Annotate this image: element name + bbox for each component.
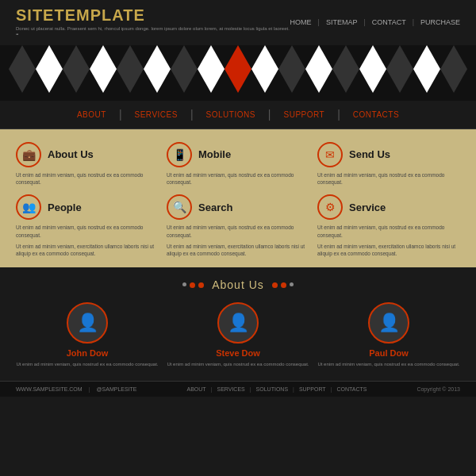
dot-small-2 bbox=[290, 282, 294, 286]
service-title: Service bbox=[349, 202, 386, 213]
footer-nav-support[interactable]: SUPPORT bbox=[299, 386, 326, 392]
send-us-text: Ut enim ad minim veniam, quis nostrud ex… bbox=[317, 171, 460, 187]
paul-text: Ut enim ad minim veniam, quis nostrud ex… bbox=[317, 361, 459, 368]
about-us-icon: 💼 bbox=[16, 142, 41, 167]
footer-left: WWW.SAMPLESITE.COM | @SAMPLESITE bbox=[16, 386, 137, 392]
service-text-extra: Ut enim ad minim veniam, exercitation ul… bbox=[317, 243, 460, 259]
dot-small-1 bbox=[182, 282, 186, 286]
search-icon: 🔍 bbox=[167, 194, 192, 220]
footer-nav-solutions[interactable]: SOLUTIONS bbox=[256, 386, 288, 392]
about-us-text: Ut enim ad minim veniam, quis nostrud ex… bbox=[16, 171, 159, 187]
service-search: 🔍 Search Ut enim ad minim veniam, quis n… bbox=[167, 194, 309, 258]
main-nav-solutions[interactable]: SOLUTIONS bbox=[195, 107, 267, 122]
mobile-icon: 📱 bbox=[167, 142, 192, 167]
logo-area: SITETEMPLATE Donec ut placerat nulla. Pr… bbox=[16, 6, 290, 39]
footer-nav-services[interactable]: SERVICES bbox=[217, 386, 244, 392]
main-nav-about[interactable]: ABOUT bbox=[66, 107, 117, 122]
mobile-title: Mobile bbox=[198, 148, 231, 160]
dot-3 bbox=[272, 282, 278, 288]
mobile-text: Ut enim ad minim veniam, quis nostrud ex… bbox=[167, 171, 309, 187]
steve-text: Ut enim ad minim veniam, quis nostrud ex… bbox=[167, 361, 309, 368]
search-title: Search bbox=[198, 202, 232, 213]
hero-band bbox=[0, 45, 476, 101]
main-navigation: ABOUT | SERVICES | SOLUTIONS | SUPPORT |… bbox=[0, 101, 476, 129]
team-grid: 👤 John Dow Ut enim ad minim veniam, quis… bbox=[16, 302, 460, 368]
dot-2 bbox=[198, 282, 204, 288]
service-service: ⚙ Service Ut enim ad minim veniam, quis … bbox=[317, 194, 460, 258]
about-header: About Us bbox=[16, 278, 460, 291]
logo: SITETEMPLATE bbox=[16, 6, 290, 25]
person-icon-steve: 👤 bbox=[228, 314, 249, 332]
nav-sitemap[interactable]: SITEMAP bbox=[326, 18, 358, 26]
dot-4 bbox=[281, 282, 286, 288]
nav-purchase[interactable]: PURCHASE bbox=[420, 18, 460, 26]
footer-nav: ABOUT | SERVICES | SOLUTIONS | SUPPORT |… bbox=[187, 386, 367, 392]
main-nav-contacts[interactable]: CONTACTS bbox=[342, 107, 410, 122]
service-text: Ut enim ad minim veniam, quis nostrud ex… bbox=[317, 224, 460, 240]
avatar-steve: 👤 bbox=[217, 302, 259, 344]
send-us-icon: ✉ bbox=[317, 142, 343, 167]
service-mobile: 📱 Mobile Ut enim ad minim veniam, quis n… bbox=[167, 142, 309, 187]
about-us-title: About Us bbox=[48, 148, 94, 160]
service-people: 👥 People Ut enim ad minim veniam, quis n… bbox=[16, 194, 159, 258]
team-john-dow: 👤 John Dow Ut enim ad minim veniam, quis… bbox=[16, 302, 159, 368]
people-title: People bbox=[48, 202, 82, 213]
send-us-title: Send Us bbox=[349, 148, 390, 160]
people-text-extra: Ut enim ad minim veniam, exercitation ul… bbox=[16, 243, 159, 259]
footer-site-url[interactable]: WWW.SAMPLESITE.COM bbox=[16, 386, 83, 392]
about-dots-right bbox=[272, 282, 294, 288]
person-icon-paul: 👤 bbox=[378, 314, 400, 332]
content-section: 💼 About Us Ut enim ad minim veniam, quis… bbox=[0, 129, 476, 268]
nav-home[interactable]: HOME bbox=[290, 18, 312, 26]
avatar-john: 👤 bbox=[67, 302, 108, 344]
people-icon: 👥 bbox=[16, 194, 41, 220]
paul-name: Paul Dow bbox=[369, 348, 409, 358]
search-text: Ut enim ad minim veniam, quis nostrud ex… bbox=[167, 224, 309, 240]
about-section: About Us 👤 John Dow Ut enim ad minim ven… bbox=[0, 267, 476, 381]
people-text: Ut enim ad minim veniam, quis nostrud ex… bbox=[16, 224, 159, 240]
team-paul-dow: 👤 Paul Dow Ut enim ad minim veniam, quis… bbox=[317, 302, 460, 368]
person-icon-john: 👤 bbox=[77, 314, 98, 332]
steve-name: Steve Dow bbox=[216, 348, 260, 358]
footer-nav-about[interactable]: ABOUT bbox=[187, 386, 206, 392]
service-send-us: ✉ Send Us Ut enim ad minim veniam, quis … bbox=[317, 142, 460, 187]
top-navigation: HOME | SITEMAP | CONTACT | PURCHASE bbox=[290, 18, 460, 26]
header: SITETEMPLATE Donec ut placerat nulla. Pr… bbox=[0, 0, 476, 45]
team-steve-dow: 👤 Steve Dow Ut enim ad minim veniam, qui… bbox=[167, 302, 309, 368]
service-icon: ⚙ bbox=[317, 194, 343, 220]
avatar-paul: 👤 bbox=[368, 302, 409, 344]
dot-1 bbox=[190, 282, 195, 288]
search-text-extra: Ut enim ad minim veniam, exercitation ul… bbox=[167, 243, 309, 259]
footer-nav-contacts[interactable]: CONTACTS bbox=[336, 386, 367, 392]
nav-contact[interactable]: CONTACT bbox=[372, 18, 406, 26]
john-text: Ut enim ad minim veniam, quis nostrud ex… bbox=[16, 361, 158, 368]
service-about-us: 💼 About Us Ut enim ad minim veniam, quis… bbox=[16, 142, 159, 187]
footer-copyright: Copyright © 2013 bbox=[416, 386, 460, 392]
about-title: About Us bbox=[212, 278, 264, 291]
main-nav-support[interactable]: SUPPORT bbox=[272, 107, 336, 122]
about-dots-left bbox=[182, 282, 204, 288]
main-nav-services[interactable]: SERVICES bbox=[124, 107, 189, 122]
logo-subtitle: Donec ut placerat nulla. Praesent sem hi… bbox=[16, 26, 290, 39]
footer-twitter[interactable]: @SAMPLESITE bbox=[96, 386, 136, 392]
john-name: John Dow bbox=[67, 348, 109, 358]
footer: WWW.SAMPLESITE.COM | @SAMPLESITE ABOUT |… bbox=[0, 381, 476, 397]
services-grid: 💼 About Us Ut enim ad minim veniam, quis… bbox=[16, 142, 460, 259]
